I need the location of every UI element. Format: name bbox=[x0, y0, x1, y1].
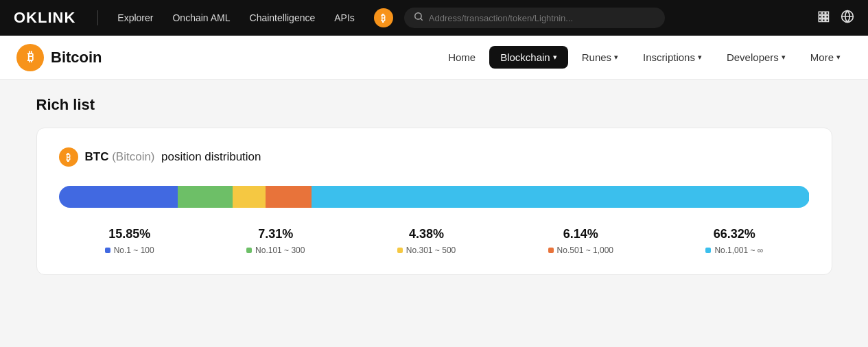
legend-label-text: No.1 ~ 100 bbox=[114, 246, 154, 255]
svg-rect-10 bbox=[826, 19, 829, 21]
runes-chevron: ▾ bbox=[614, 53, 618, 62]
legend-dot bbox=[705, 248, 711, 253]
svg-line-1 bbox=[421, 19, 423, 21]
nav-divider bbox=[97, 10, 98, 25]
svg-rect-8 bbox=[819, 19, 821, 21]
sub-nav-links: Home Blockchain ▾ Runes ▾ Inscriptions ▾… bbox=[437, 46, 852, 69]
legend-percent: 4.38% bbox=[409, 227, 444, 241]
top-nav-right bbox=[817, 10, 854, 27]
search-input[interactable] bbox=[429, 13, 655, 23]
legend-label: No.301 ~ 500 bbox=[397, 246, 456, 255]
legend-percent: 7.31% bbox=[258, 227, 293, 241]
legend-dot bbox=[548, 248, 554, 253]
inscriptions-chevron: ▾ bbox=[698, 53, 702, 62]
legend-percent: 15.85% bbox=[108, 227, 150, 241]
legend-dot bbox=[397, 248, 403, 253]
legend-label: No.1 ~ 100 bbox=[105, 246, 154, 255]
main-content: Rich list ₿ BTC (Bitcoin) position distr… bbox=[23, 80, 846, 302]
legend-label: No.101 ~ 300 bbox=[246, 246, 305, 255]
grid-icon[interactable] bbox=[817, 10, 830, 26]
sub-nav-developers[interactable]: Developers ▾ bbox=[716, 46, 797, 69]
search-bar[interactable] bbox=[404, 8, 665, 28]
brand-name: Bitcoin bbox=[51, 49, 102, 67]
distribution-bar bbox=[59, 186, 810, 208]
svg-rect-3 bbox=[823, 12, 825, 14]
card-coin-icon: ₿ bbox=[59, 147, 78, 167]
sub-nav-blockchain[interactable]: Blockchain ▾ bbox=[489, 46, 568, 69]
legend-dot bbox=[246, 248, 252, 253]
globe-icon[interactable] bbox=[841, 10, 854, 27]
sub-nav-home[interactable]: Home bbox=[437, 46, 486, 69]
btc-nav-badge[interactable]: ₿ bbox=[374, 8, 393, 27]
bar-segment bbox=[178, 186, 233, 208]
sub-nav-inscriptions[interactable]: Inscriptions ▾ bbox=[632, 46, 713, 69]
search-icon bbox=[414, 12, 423, 24]
legend-percent: 66.32% bbox=[714, 227, 755, 241]
card-header: ₿ BTC (Bitcoin) position distribution bbox=[59, 147, 810, 167]
legend-item: 15.85%No.1 ~ 100 bbox=[105, 227, 154, 255]
nav-explorer[interactable]: Explorer bbox=[109, 8, 161, 27]
bar-segment bbox=[233, 186, 266, 208]
legend-item: 6.14%No.501 ~ 1,000 bbox=[548, 227, 613, 255]
sub-nav: ₿ Bitcoin Home Blockchain ▾ Runes ▾ Insc… bbox=[0, 36, 868, 80]
sub-nav-more[interactable]: More ▾ bbox=[799, 46, 852, 69]
sub-nav-runes[interactable]: Runes ▾ bbox=[571, 46, 629, 69]
card-title: BTC (Bitcoin) position distribution bbox=[85, 150, 261, 164]
legend-item: 4.38%No.301 ~ 500 bbox=[397, 227, 456, 255]
svg-rect-5 bbox=[819, 15, 821, 18]
nav-chaintelligence[interactable]: Chaintelligence bbox=[242, 8, 324, 27]
distribution-legend: 15.85%No.1 ~ 1007.31%No.101 ~ 3004.38%No… bbox=[59, 227, 810, 255]
distribution-card: ₿ BTC (Bitcoin) position distribution 15… bbox=[36, 128, 832, 275]
bitcoin-brand-icon: ₿ bbox=[16, 44, 44, 71]
logo: OKLINK bbox=[14, 9, 75, 27]
bar-segment bbox=[266, 186, 312, 208]
legend-label-text: No.1,001 ~ ∞ bbox=[714, 246, 763, 255]
svg-rect-4 bbox=[826, 12, 829, 14]
svg-rect-9 bbox=[823, 19, 825, 21]
legend-label: No.501 ~ 1,000 bbox=[548, 246, 613, 255]
svg-rect-7 bbox=[826, 15, 829, 18]
legend-dot bbox=[105, 248, 110, 253]
top-nav: OKLINK Explorer Onchain AML Chaintellige… bbox=[0, 0, 868, 36]
legend-label-text: No.501 ~ 1,000 bbox=[557, 246, 613, 255]
page-title: Rich list bbox=[36, 96, 832, 114]
top-nav-links: Explorer Onchain AML Chaintelligence API… bbox=[109, 8, 363, 27]
svg-rect-6 bbox=[823, 15, 825, 18]
legend-label: No.1,001 ~ ∞ bbox=[705, 246, 763, 255]
blockchain-chevron: ▾ bbox=[553, 53, 557, 62]
bar-segment bbox=[312, 186, 810, 208]
svg-rect-2 bbox=[819, 12, 821, 14]
nav-onchain-aml[interactable]: Onchain AML bbox=[164, 8, 238, 27]
legend-item: 7.31%No.101 ~ 300 bbox=[246, 227, 305, 255]
nav-apis[interactable]: APIs bbox=[326, 8, 363, 27]
legend-item: 66.32%No.1,001 ~ ∞ bbox=[705, 227, 763, 255]
legend-label-text: No.101 ~ 300 bbox=[255, 246, 305, 255]
bar-segment bbox=[59, 186, 178, 208]
legend-label-text: No.301 ~ 500 bbox=[406, 246, 456, 255]
developers-chevron: ▾ bbox=[782, 53, 786, 62]
brand-logo[interactable]: ₿ Bitcoin bbox=[16, 44, 102, 71]
more-chevron: ▾ bbox=[836, 53, 841, 62]
legend-percent: 6.14% bbox=[563, 227, 598, 241]
